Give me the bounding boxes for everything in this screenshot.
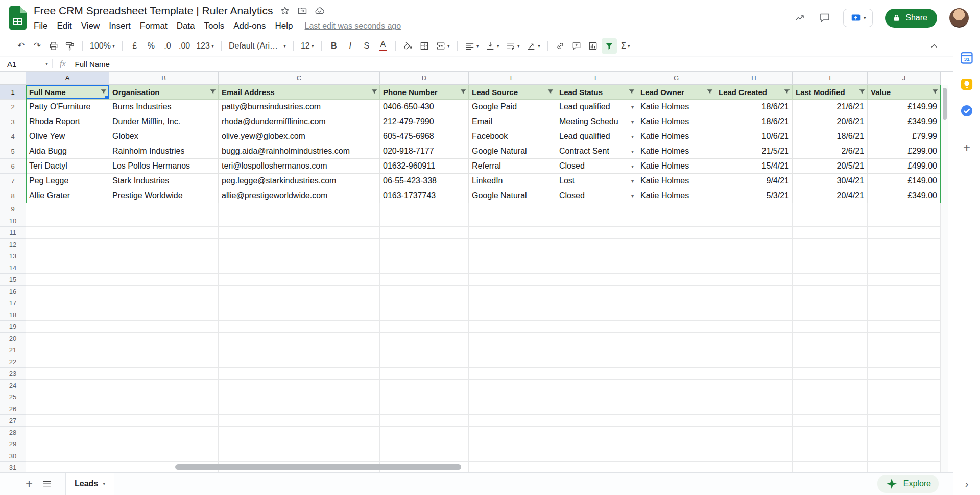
cell-E12[interactable]: [469, 239, 556, 250]
cell-I8[interactable]: 20/4/21: [793, 188, 868, 203]
cell-H24[interactable]: [715, 380, 793, 391]
fill-handle[interactable]: [105, 96, 109, 99]
cell-B25[interactable]: [109, 391, 219, 403]
cell-E18[interactable]: [469, 309, 556, 321]
cell-I28[interactable]: [793, 427, 868, 438]
vertical-align-button[interactable]: ▾: [483, 38, 502, 54]
cell-I23[interactable]: [793, 368, 868, 380]
row-header-31[interactable]: 31: [0, 462, 26, 472]
cell-B20[interactable]: [109, 333, 219, 344]
row-header-14[interactable]: 14: [0, 262, 26, 274]
horizontal-scrollbar-thumb[interactable]: [175, 464, 461, 470]
row-header-9[interactable]: 9: [0, 203, 26, 215]
cell-G13[interactable]: [637, 250, 715, 262]
explore-button[interactable]: Explore: [877, 475, 939, 493]
cell-F4[interactable]: Lead qualified▾: [556, 129, 637, 144]
row-header-4[interactable]: 4: [0, 129, 26, 144]
header-filter-icon[interactable]: [858, 88, 866, 96]
cell-G5[interactable]: Katie Holmes: [637, 144, 715, 159]
cell-G16[interactable]: [637, 286, 715, 297]
row-header-27[interactable]: 27: [0, 415, 26, 427]
cell-I2[interactable]: 21/6/21: [793, 100, 868, 114]
cell-H12[interactable]: [715, 239, 793, 250]
cell-H2[interactable]: 18/6/21: [715, 100, 793, 114]
cell-I20[interactable]: [793, 333, 868, 344]
cell-I12[interactable]: [793, 239, 868, 250]
cell-B7[interactable]: Stark Industries: [109, 174, 219, 188]
cell-H8[interactable]: 5/3/21: [715, 188, 793, 203]
cell-G2[interactable]: Katie Holmes: [637, 100, 715, 114]
text-color-button[interactable]: A: [375, 38, 391, 54]
cell-G6[interactable]: Katie Holmes: [637, 159, 715, 174]
cell-E21[interactable]: [469, 344, 556, 356]
row-header-6[interactable]: 6: [0, 159, 26, 174]
row-header-23[interactable]: 23: [0, 368, 26, 380]
cloud-saved-icon[interactable]: [315, 6, 325, 16]
row-header-13[interactable]: 13: [0, 250, 26, 262]
cell-E8[interactable]: Google Natural: [469, 188, 556, 203]
row-header-18[interactable]: 18: [0, 309, 26, 321]
insert-link-button[interactable]: [553, 38, 568, 54]
cell-B19[interactable]: [109, 321, 219, 333]
insert-comment-button[interactable]: [569, 38, 584, 54]
status-dropdown-icon[interactable]: ▾: [629, 193, 634, 199]
cell-H30[interactable]: [715, 450, 793, 462]
cell-F18[interactable]: [556, 309, 637, 321]
decrease-decimal-button[interactable]: .0: [160, 38, 175, 54]
row-header-25[interactable]: 25: [0, 391, 26, 403]
cell-B26[interactable]: [109, 403, 219, 415]
cell-E30[interactable]: [469, 450, 556, 462]
cell-G24[interactable]: [637, 380, 715, 391]
cell-H15[interactable]: [715, 274, 793, 286]
cell-D8[interactable]: 0163-1737743: [380, 188, 469, 203]
status-dropdown-icon[interactable]: ▾: [629, 104, 634, 110]
cell-J26[interactable]: [868, 403, 941, 415]
header-filter-icon[interactable]: [783, 88, 791, 96]
formula-input[interactable]: Full Name: [75, 60, 110, 68]
cell-D5[interactable]: 020-918-7177: [380, 144, 469, 159]
cell-H31[interactable]: [715, 462, 793, 472]
present-to-meeting-button[interactable]: ▾: [843, 9, 873, 27]
cell-I27[interactable]: [793, 415, 868, 427]
cell-C6[interactable]: teri@lospolloshermanos.com: [219, 159, 380, 174]
cell-E1[interactable]: Lead Source: [469, 85, 556, 100]
cell-A23[interactable]: [26, 368, 109, 380]
cell-J4[interactable]: £79.99: [868, 129, 941, 144]
cell-B24[interactable]: [109, 380, 219, 391]
cell-B18[interactable]: [109, 309, 219, 321]
cell-E6[interactable]: Referral: [469, 159, 556, 174]
select-all-corner[interactable]: [0, 72, 26, 85]
cell-A19[interactable]: [26, 321, 109, 333]
cell-G11[interactable]: [637, 227, 715, 239]
currency-format-button[interactable]: £: [127, 38, 142, 54]
column-header-E[interactable]: E: [469, 72, 556, 85]
cell-I22[interactable]: [793, 356, 868, 368]
cell-D30[interactable]: [380, 450, 469, 462]
cell-A4[interactable]: Olive Yew: [26, 129, 109, 144]
menu-edit[interactable]: Edit: [52, 20, 76, 32]
cell-J16[interactable]: [868, 286, 941, 297]
activity-stats-icon[interactable]: [794, 12, 806, 24]
cell-I13[interactable]: [793, 250, 868, 262]
cell-J25[interactable]: [868, 391, 941, 403]
cell-I10[interactable]: [793, 215, 868, 227]
cell-A30[interactable]: [26, 450, 109, 462]
cell-H22[interactable]: [715, 356, 793, 368]
cell-D26[interactable]: [380, 403, 469, 415]
cell-H16[interactable]: [715, 286, 793, 297]
cell-B15[interactable]: [109, 274, 219, 286]
cell-J7[interactable]: £149.00: [868, 174, 941, 188]
cell-F8[interactable]: Closed▾: [556, 188, 637, 203]
cell-J31[interactable]: [868, 462, 941, 472]
cell-D7[interactable]: 06-55-423-338: [380, 174, 469, 188]
cell-E5[interactable]: Google Natural: [469, 144, 556, 159]
cell-C9[interactable]: [219, 203, 380, 215]
row-header-8[interactable]: 8: [0, 188, 26, 203]
cell-G17[interactable]: [637, 297, 715, 309]
cell-J29[interactable]: [868, 438, 941, 450]
cell-C14[interactable]: [219, 262, 380, 274]
cell-D10[interactable]: [380, 215, 469, 227]
row-header-7[interactable]: 7: [0, 174, 26, 188]
cell-J14[interactable]: [868, 262, 941, 274]
cell-F20[interactable]: [556, 333, 637, 344]
